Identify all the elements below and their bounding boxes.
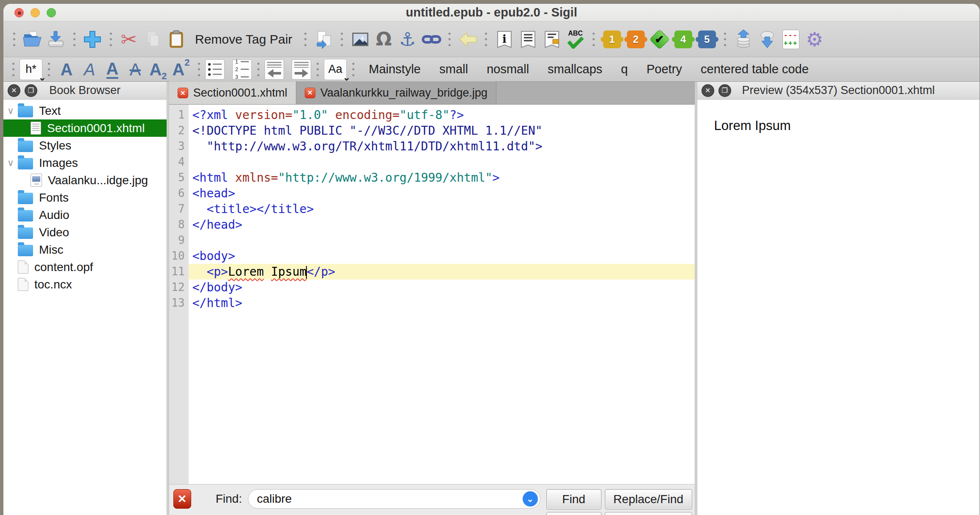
code-line-8[interactable]: </head> — [189, 217, 695, 233]
toolbar-drag-handle[interactable] — [447, 30, 453, 49]
superscript-button[interactable]: A2 — [170, 58, 192, 81]
toolbar-drag-handle[interactable] — [315, 60, 320, 79]
checkpoint-diff-button[interactable]: --- +++ — [779, 28, 803, 51]
bullet-list-button[interactable] — [205, 59, 225, 80]
tree-item-text[interactable]: ∨Text — [3, 102, 167, 119]
code-line-3[interactable]: "http://www.w3.org/TR/xhtml11/DTD/xhtml1… — [189, 138, 695, 154]
tree-item-video[interactable]: Video — [3, 224, 167, 241]
outdent-button[interactable] — [264, 59, 284, 80]
code-view[interactable]: 12345678910111213 <?xml version="1.0" en… — [169, 105, 695, 484]
style-button-q[interactable]: q — [612, 62, 637, 76]
tree-item-section0001-xhtml[interactable]: Section0001.xhtml — [3, 119, 167, 137]
code-line-4[interactable] — [189, 154, 695, 170]
open-button[interactable] — [20, 28, 44, 51]
toolbar-drag-handle[interactable] — [46, 60, 52, 79]
numbered-list-button[interactable]: 1 2 3 — [232, 59, 252, 80]
subscript-button[interactable]: A2 — [147, 58, 170, 81]
checkpoint-save-button[interactable] — [732, 28, 755, 51]
toolbar-drag-handle[interactable] — [339, 30, 345, 49]
tree-item-misc[interactable]: Misc — [3, 241, 167, 258]
add-existing-files-button[interactable] — [81, 28, 104, 51]
toolbar-drag-handle[interactable] — [483, 30, 489, 49]
tree-item-vaalanku-idge-jpg[interactable]: Vaalanku...idge.jpg — [3, 172, 167, 189]
cut-button[interactable]: ✂ — [117, 28, 141, 51]
back-button[interactable] — [456, 28, 480, 51]
metadata-editor-button[interactable]: i — [493, 28, 516, 51]
tree-item-content-opf[interactable]: content.opf — [3, 258, 167, 276]
code-line-13[interactable]: </html> — [189, 295, 695, 311]
heading-style-button[interactable]: h*⌄ — [19, 59, 42, 80]
chevron-expanded-icon[interactable]: ∨ — [3, 105, 18, 116]
float-panel-icon[interactable]: ❐ — [25, 84, 37, 97]
close-panel-icon[interactable]: ✕ — [702, 84, 714, 97]
close-tab-icon[interactable]: ✕ — [305, 88, 315, 98]
spellcheck-button[interactable]: ABC — [564, 28, 587, 51]
toolbar-drag-handle[interactable] — [196, 60, 202, 79]
toolbar-drag-handle[interactable] — [10, 60, 16, 79]
toc-editor-button[interactable] — [516, 28, 540, 51]
insert-anchor-button[interactable]: ⚓ — [396, 28, 420, 51]
bold-button[interactable]: A — [55, 58, 78, 81]
tree-item-images[interactable]: ∨Images — [3, 154, 167, 172]
find-input[interactable] — [257, 492, 523, 506]
chevron-expanded-icon[interactable]: ∨ — [3, 158, 18, 169]
style-button-small[interactable]: small — [430, 62, 478, 76]
replace-button-partial[interactable] — [546, 512, 601, 515]
split-at-cursor-button[interactable] — [312, 28, 336, 51]
toolbar-drag-handle[interactable] — [255, 60, 261, 79]
paste-button[interactable] — [164, 28, 188, 51]
change-case-button[interactable]: Aa⌄ — [324, 59, 347, 80]
find-history-dropdown-icon[interactable]: ⌄ — [523, 491, 538, 507]
toolbar-drag-handle[interactable] — [71, 30, 77, 49]
italic-button[interactable]: A — [78, 58, 101, 81]
tree-item-styles[interactable]: Styles — [3, 137, 167, 154]
toolbar-drag-handle[interactable] — [350, 60, 356, 79]
tab-vaalankurkku-railway-bridge-jpg[interactable]: ✕Vaalankurkku_railway_bridge.jpg — [296, 81, 496, 104]
remove-tag-pair-button[interactable]: Remove Tag Pair — [188, 32, 299, 47]
tree-item-fonts[interactable]: Fonts — [3, 189, 167, 206]
code-line-6[interactable]: <head> — [189, 186, 695, 201]
code-text[interactable]: <?xml version="1.0" encoding="utf-8"?><!… — [189, 105, 695, 484]
code-line-5[interactable]: <html xmlns="http://www.w3.org/1999/xhtm… — [189, 170, 695, 186]
float-panel-icon[interactable]: ❐ — [718, 84, 731, 97]
tab-section0001-xhtml[interactable]: ✕Section0001.xhtml — [169, 81, 296, 104]
plugin-4-button[interactable]: 4 — [671, 28, 695, 51]
replace-all-button-partial[interactable] — [605, 512, 692, 515]
special-characters-button[interactable]: Ω — [372, 28, 396, 51]
code-line-9[interactable] — [189, 233, 695, 248]
index-editor-button[interactable] — [540, 28, 564, 51]
underline-button[interactable]: A — [101, 58, 124, 81]
close-find-icon[interactable]: ✕ — [173, 489, 191, 509]
strikethrough-button[interactable]: A — [124, 58, 147, 81]
toolbar-drag-handle[interactable] — [591, 30, 597, 49]
toolbar-drag-handle[interactable] — [722, 30, 728, 49]
replace-find-button[interactable]: Replace/Find — [605, 489, 692, 509]
save-button[interactable] — [44, 28, 68, 51]
style-button-mainstyle[interactable]: Mainstyle — [359, 62, 430, 76]
plugin-5-button[interactable]: 5 — [695, 28, 719, 51]
toolbar-drag-handle[interactable] — [303, 30, 309, 49]
close-panel-icon[interactable]: ✕ — [8, 84, 20, 97]
plugin-settings-button[interactable]: ⚙ — [803, 28, 827, 51]
code-line-2[interactable]: <!DOCTYPE html PUBLIC "-//W3C//DTD XHTML… — [189, 123, 695, 138]
plugin-2-button[interactable]: 2 — [624, 28, 648, 51]
indent-button[interactable] — [292, 59, 311, 80]
close-tab-icon[interactable]: ✕ — [178, 88, 188, 98]
toolbar-drag-handle[interactable] — [11, 30, 17, 49]
epubcheck-button[interactable]: ✔ — [648, 28, 671, 51]
tree-item-toc-ncx[interactable]: toc.ncx — [3, 276, 167, 293]
insert-link-button[interactable] — [420, 28, 443, 51]
insert-image-button[interactable] — [348, 28, 372, 51]
code-line-11[interactable]: <p>Lorem Ipsum</p> — [189, 264, 695, 280]
style-button-nosmall[interactable]: nosmall — [477, 62, 538, 76]
code-line-1[interactable]: <?xml version="1.0" encoding="utf-8"?> — [189, 107, 695, 123]
find-button[interactable]: Find — [546, 489, 601, 509]
code-line-10[interactable]: <body> — [189, 248, 695, 264]
toolbar-drag-handle[interactable] — [108, 30, 114, 49]
checkpoint-restore-button[interactable] — [755, 28, 779, 51]
style-button-poetry[interactable]: Poetry — [637, 62, 691, 76]
plugin-1-button[interactable]: 1 — [600, 28, 624, 51]
style-button-centered-table-code[interactable]: centered table code — [691, 62, 818, 76]
copy-button[interactable] — [141, 28, 164, 51]
tree-item-audio[interactable]: Audio — [3, 206, 167, 224]
